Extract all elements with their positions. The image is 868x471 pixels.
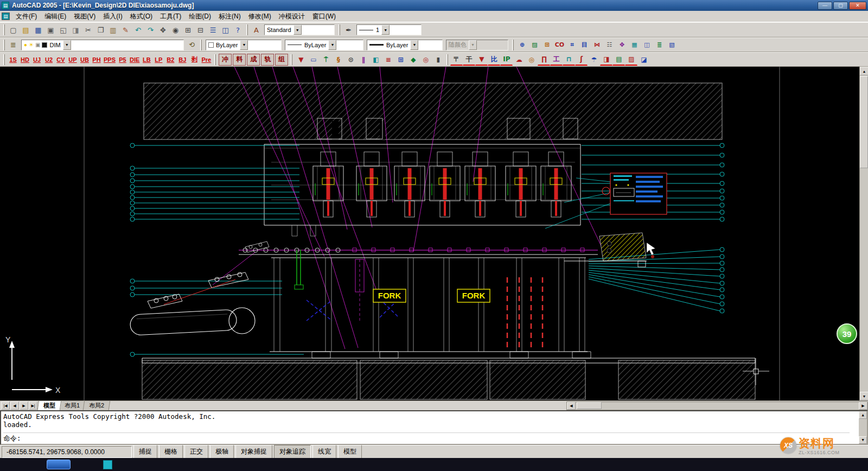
die-pilot-icon[interactable]: ◎ xyxy=(419,54,432,66)
die-block-icon[interactable]: 比 xyxy=(488,54,500,66)
menu-item[interactable]: 绘图(D) xyxy=(185,10,215,23)
status-toggle[interactable]: 对象追踪 xyxy=(274,445,311,459)
status-toggle[interactable]: 线宽 xyxy=(312,445,336,459)
minimize-button[interactable]: — xyxy=(818,2,832,10)
scroll-down-button[interactable]: ▼ xyxy=(859,436,867,444)
menu-item[interactable]: 修改(M) xyxy=(245,10,275,23)
coordinate-readout[interactable]: -68156.5741, 29675.9068, 0.0000 xyxy=(2,446,132,458)
menu-item[interactable]: 插入(I) xyxy=(99,10,126,23)
die-stop-icon[interactable]: ▮ xyxy=(432,54,444,66)
die-plate-icon[interactable]: ▭ xyxy=(307,54,320,66)
toolbar-grip[interactable] xyxy=(3,54,5,65)
toolbar-grip[interactable] xyxy=(3,40,5,50)
publish-icon[interactable]: ◨ xyxy=(69,24,82,36)
toolbar-grip[interactable] xyxy=(512,40,514,50)
balloon-icon[interactable]: ◎ xyxy=(525,54,538,66)
layer-manager-icon[interactable]: ≣ xyxy=(7,39,20,51)
horizontal-scrollbar[interactable]: ◀ ▶ xyxy=(566,402,868,410)
zoom-realtime-icon[interactable]: ◉ xyxy=(169,24,182,36)
strip-layout[interactable] xyxy=(239,241,598,254)
die-tool-button[interactable]: PPS xyxy=(103,54,117,66)
markup-tool-icon[interactable]: ▧ xyxy=(666,39,678,51)
lifter-icon[interactable]: ⊓ xyxy=(563,54,575,66)
menu-item[interactable]: 视图(V) xyxy=(70,10,99,23)
array-tool-icon[interactable]: ☷ xyxy=(603,39,616,51)
die-tool-button[interactable]: B2 xyxy=(164,54,176,66)
match-properties-icon[interactable]: ✎ xyxy=(119,24,132,36)
die-tool-button[interactable]: DIE xyxy=(129,54,141,66)
ip-tool-icon[interactable]: IP xyxy=(500,54,513,66)
menu-item[interactable]: 标注(N) xyxy=(215,10,245,23)
make-block-icon[interactable]: ⊕ xyxy=(516,39,528,51)
menu-item[interactable]: 编辑(E) xyxy=(41,10,70,23)
co-tool-icon[interactable]: CO xyxy=(553,39,566,51)
fork-label-1[interactable]: FORK xyxy=(378,291,401,300)
vertical-scrollbar[interactable]: ▲ ▼ xyxy=(859,67,868,400)
die-strip-icon[interactable]: ≡ xyxy=(382,54,394,66)
palette-tool-icon[interactable]: ▦ xyxy=(628,39,641,51)
spring-pin-icon[interactable]: ʃ xyxy=(575,54,588,66)
die-layout-icon[interactable]: ⊞ xyxy=(394,54,407,66)
status-toggle[interactable]: 捕捉 xyxy=(133,445,157,459)
command-prompt[interactable]: 命令: xyxy=(3,432,850,442)
command-scrollbar[interactable]: ▲ ▼ xyxy=(859,411,867,444)
top-die-hatch[interactable] xyxy=(144,83,722,139)
rail-icon[interactable]: 工 xyxy=(550,54,563,66)
menu-item[interactable]: 冲模设计 xyxy=(275,10,309,23)
die-tool-button[interactable]: UP xyxy=(67,54,79,66)
chevron-down-icon[interactable]: ▼ xyxy=(293,25,302,35)
text-style-icon[interactable]: A xyxy=(250,24,263,36)
bridge-icon[interactable]: ∏ xyxy=(538,54,550,66)
open-icon[interactable]: ▤ xyxy=(20,24,32,36)
taskbar-tray-icon[interactable] xyxy=(103,460,112,469)
taskbar-app-button[interactable] xyxy=(47,460,71,469)
toolbar-grip[interactable] xyxy=(291,54,292,65)
zoom-window-icon[interactable]: ⊞ xyxy=(182,24,194,36)
die-guide-icon[interactable]: ∥ xyxy=(357,54,369,66)
help-icon[interactable]: ? xyxy=(232,24,244,36)
scroll-down-button[interactable]: ▼ xyxy=(860,392,868,400)
last-tab-button[interactable]: ▶| xyxy=(29,402,37,410)
layout-tab[interactable]: 模型 xyxy=(37,400,62,410)
layout-tab[interactable]: 布局2 xyxy=(83,400,111,410)
die-punch-icon[interactable]: ▼ xyxy=(295,54,307,66)
status-toggle[interactable]: 正交 xyxy=(184,445,208,459)
shed-icon[interactable]: ☂ xyxy=(588,54,600,66)
lineweight-combo[interactable]: 1 ▼ xyxy=(356,24,422,35)
drawing-file-icon[interactable]: ▤ xyxy=(2,12,10,20)
die-screw-icon[interactable]: ⊙ xyxy=(344,54,357,66)
punch-backing-icon[interactable]: 干 xyxy=(463,54,475,66)
title-bar[interactable]: ▤ AutoCAD 2005 - [E:\Kevin_Design\2D DIE… xyxy=(0,0,868,11)
chevron-down-icon[interactable]: ▼ xyxy=(381,25,390,35)
windows-taskbar[interactable] xyxy=(0,458,868,471)
status-toggle[interactable]: 模型 xyxy=(338,445,362,459)
cut-icon[interactable]: ✂ xyxy=(82,24,94,36)
lower-die-assembly[interactable]: FORK FORK xyxy=(142,250,755,363)
balloon-leaders-right[interactable] xyxy=(582,143,724,313)
die-tool-button[interactable]: BJ xyxy=(176,54,188,66)
toolbar-grip[interactable] xyxy=(246,24,248,35)
pan-icon[interactable]: ✥ xyxy=(157,24,169,36)
maximize-button[interactable]: ▢ xyxy=(833,2,848,10)
copy-icon[interactable]: ❐ xyxy=(94,24,107,36)
sheetset-tool-icon[interactable]: ≣ xyxy=(653,39,666,51)
layer-lock-icon[interactable]: ▣ xyxy=(35,42,40,48)
bottom-die-hatch[interactable] xyxy=(142,360,755,399)
floating-badge[interactable]: 39 xyxy=(837,323,857,344)
chevron-down-icon[interactable]: ▼ xyxy=(410,40,418,50)
die-tool-button[interactable]: P5 xyxy=(117,54,129,66)
menu-item[interactable]: 窗口(W) xyxy=(309,10,340,23)
lineweight-tool-icon[interactable]: ✒ xyxy=(342,24,355,36)
layer-combo[interactable]: ●☀▣ DIM ▼ xyxy=(21,40,184,50)
hatch-view-icon[interactable]: ▨ xyxy=(625,54,637,66)
die-tool-button[interactable]: 剥 xyxy=(188,54,200,66)
die-tool-button[interactable]: UJ xyxy=(31,54,43,66)
zoom-previous-icon[interactable]: ⊟ xyxy=(194,24,207,36)
properties-icon[interactable]: ☰ xyxy=(207,24,219,36)
die-tool-button[interactable]: UB xyxy=(79,54,91,66)
lineweight-prop-combo[interactable]: ByLayer ▼ xyxy=(367,40,443,50)
menu-item[interactable]: 工具(T) xyxy=(156,10,185,23)
plot-icon[interactable]: ▣ xyxy=(44,24,57,36)
next-tab-button[interactable]: ▶ xyxy=(20,402,28,410)
cloud-revision-icon[interactable]: ☁ xyxy=(513,54,525,66)
